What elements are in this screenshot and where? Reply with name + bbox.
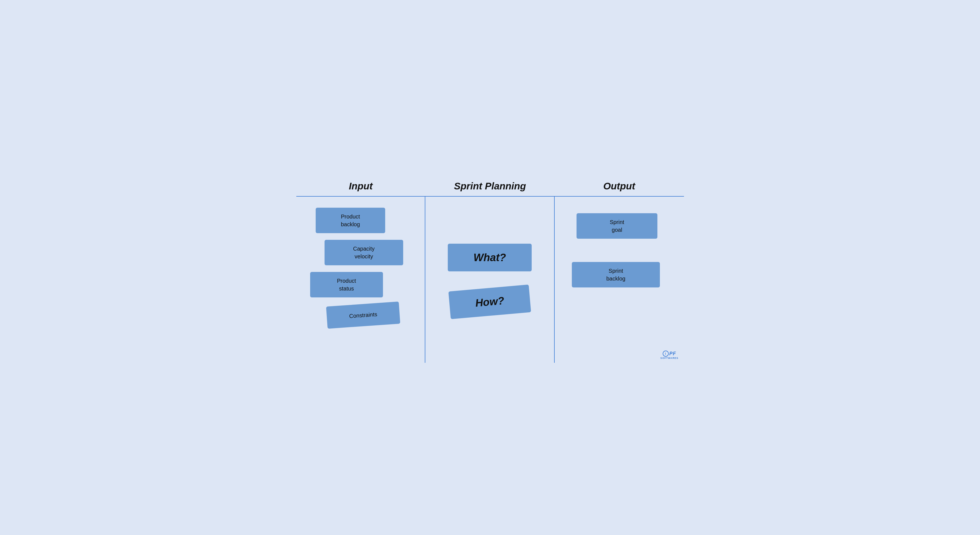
what-card: What? (448, 244, 532, 271)
logo-label: SOFTWARES (660, 357, 678, 360)
header-row: Input Sprint Planning Output (296, 172, 684, 197)
product-backlog-label: Productbacklog (341, 213, 360, 228)
what-label: What? (474, 250, 506, 265)
header-input: Input (296, 180, 426, 192)
input-column: Productbacklog Capacityvelocity Products… (296, 197, 426, 363)
logo-circle: i (663, 350, 669, 357)
output-column: Sprintgoal Sprintbacklog (555, 197, 684, 363)
product-status-card: Productstatus (310, 272, 383, 298)
logo-icon: i PF (660, 350, 678, 357)
sprint-goal-card: Sprintgoal (576, 213, 658, 239)
constraints-label: Constraints (349, 310, 377, 320)
capacity-velocity-label: Capacityvelocity (353, 245, 375, 260)
header-sprint-planning: Sprint Planning (425, 180, 555, 192)
capacity-velocity-card: Capacityvelocity (325, 240, 403, 265)
sprint-backlog-label: Sprintbacklog (606, 267, 625, 282)
logo-text-main: PF (669, 351, 676, 357)
product-status-label: Productstatus (337, 277, 356, 292)
diagram: Input Sprint Planning Output Productback… (296, 172, 684, 363)
sprint-backlog-card: Sprintbacklog (572, 262, 660, 287)
constraints-card: Constraints (326, 302, 401, 329)
header-output: Output (555, 180, 684, 192)
how-card: How? (448, 284, 531, 319)
sprint-planning-column: What? How? (425, 197, 555, 363)
how-label: How? (475, 293, 505, 311)
sprint-goal-label: Sprintgoal (610, 218, 624, 234)
product-backlog-card: Productbacklog (316, 208, 385, 233)
content-row: Productbacklog Capacityvelocity Products… (296, 197, 684, 363)
logo: i PF SOFTWARES (660, 350, 678, 360)
